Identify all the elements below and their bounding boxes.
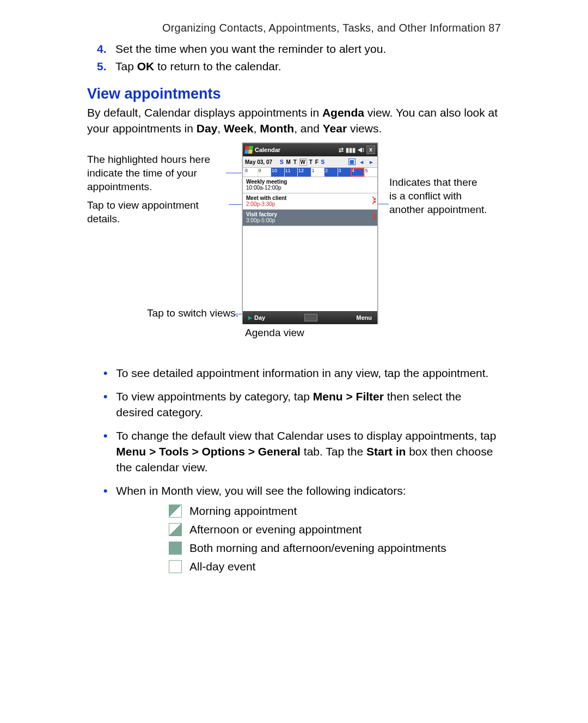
bullet-icon: • xyxy=(103,365,107,381)
hour-12[interactable]: 12 xyxy=(297,168,311,177)
bold: Week xyxy=(224,122,253,135)
bold: Month xyxy=(260,122,294,135)
day-letters[interactable]: S M T W T F S xyxy=(280,159,325,165)
legend-label: All-day event xyxy=(189,557,255,576)
bold: Menu > Filter xyxy=(313,390,384,403)
text: to return to the calendar. xyxy=(154,60,281,72)
dow-w[interactable]: W xyxy=(299,159,307,166)
both-indicator-icon xyxy=(169,542,182,555)
appointment-item[interactable]: Weekly meeting 10:00a-12:00p xyxy=(243,177,377,193)
legend-label: Afternoon or evening appointment xyxy=(189,520,362,539)
hour-10[interactable]: 10 xyxy=(271,168,284,177)
hour-1[interactable]: 1 xyxy=(311,168,324,177)
bullet-list: • To see detailed appointment informatio… xyxy=(103,365,501,499)
hour-8[interactable]: 8 xyxy=(244,168,258,177)
manual-page: Organizing Contacts, Appointments, Tasks… xyxy=(0,0,588,723)
calendar-screenshot: Calendar ⇄ ▮▮▮ ◀፧ x May 03, 07 S M T W T… xyxy=(242,143,378,324)
legend-row-morning: Morning appointment xyxy=(169,502,501,520)
section-heading: View appointments xyxy=(87,86,501,102)
hour-4[interactable]: 4 xyxy=(351,168,364,177)
prev-day-button[interactable]: ◄ xyxy=(358,159,365,165)
close-icon[interactable]: x xyxy=(366,145,375,154)
today-icon[interactable]: ▦ xyxy=(348,159,356,165)
text: By default, Calendar displays appointmen… xyxy=(87,106,322,119)
callout-line xyxy=(377,204,389,204)
hours-strip[interactable]: 8 9 10 11 12 1 2 3 4 5 xyxy=(243,168,377,177)
view-switch-button[interactable]: Day xyxy=(254,314,265,321)
dow-f[interactable]: F xyxy=(315,159,319,165)
menu-button[interactable]: Menu xyxy=(356,314,372,321)
legend-row-afternoon: Afternoon or evening appointment xyxy=(169,520,501,539)
bullet-text: When in Month view, you will see the fol… xyxy=(116,483,406,499)
hour-3[interactable]: 3 xyxy=(338,168,351,177)
running-head: Organizing Contacts, Appointments, Tasks… xyxy=(87,22,501,34)
bold: Start in xyxy=(366,445,406,458)
hour-2[interactable]: 2 xyxy=(324,168,338,177)
date-row[interactable]: May 03, 07 S M T W T F S ▦ ◄ ► xyxy=(243,156,377,168)
dow-m[interactable]: M xyxy=(286,159,291,165)
allday-indicator-icon xyxy=(169,560,182,573)
bullet-text: To view appointments by category, tap Me… xyxy=(116,388,501,420)
appointment-item[interactable]: Meet with client 2:00p-3:30p ↘↗ xyxy=(243,193,377,210)
next-day-button[interactable]: ► xyxy=(367,159,375,165)
bold: Year xyxy=(323,122,347,135)
text: To change the default view that Calendar… xyxy=(116,429,496,442)
keyboard-icon[interactable] xyxy=(304,314,317,321)
hour-9[interactable]: 9 xyxy=(258,168,271,177)
date-label: May 03, 07 xyxy=(245,159,272,165)
dow-s2[interactable]: S xyxy=(321,159,326,165)
bullet-text: To see detailed appointment information … xyxy=(116,365,488,381)
text: tab. Tap the xyxy=(301,445,366,458)
text: Tap xyxy=(115,60,137,72)
app-title: Calendar xyxy=(255,147,280,153)
hour-5[interactable]: 5 xyxy=(364,168,378,177)
appointment-time: 3:00p-5:00p xyxy=(246,217,374,223)
callout-hours: The highlighted hours here indicate the … xyxy=(87,153,226,193)
legend-row-allday: All-day event xyxy=(169,557,501,576)
appointment-time: 10:00a-12:00p xyxy=(246,185,374,191)
morning-indicator-icon xyxy=(169,505,182,518)
bullet-text: To change the default view that Calendar… xyxy=(116,428,501,475)
text: , xyxy=(253,122,260,135)
callout-switch: Tap to switch views. xyxy=(130,306,238,320)
appointment-title: Weekly meeting xyxy=(246,179,374,185)
dow-t[interactable]: T xyxy=(293,159,297,165)
figure-caption: Agenda view xyxy=(245,327,304,339)
afternoon-indicator-icon xyxy=(169,523,182,536)
start-icon[interactable] xyxy=(244,146,253,154)
dow-t2[interactable]: T xyxy=(309,159,313,165)
bullet-icon: • xyxy=(103,483,107,499)
bullet-item: • To change the default view that Calend… xyxy=(103,428,501,475)
legend-label: Morning appointment xyxy=(189,502,297,520)
step-4: 4. Set the time when you want the remind… xyxy=(97,41,501,57)
appointment-item-selected[interactable]: Visit factory 3:00p-5:00p ↘↗ xyxy=(243,210,377,226)
month-indicator-legend: Morning appointment Afternoon or evening… xyxy=(169,502,501,576)
connectivity-icon[interactable]: ⇄ xyxy=(339,147,344,154)
conflict-icon: ↘↗ xyxy=(371,212,376,221)
step-5: 5. Tap OK to return to the calendar. xyxy=(97,58,501,75)
step-number: 5. xyxy=(97,58,110,75)
legend-label: Both morning and afternoon/evening appoi… xyxy=(189,539,446,557)
text: views. xyxy=(347,122,382,135)
section-intro: By default, Calendar displays appointmen… xyxy=(87,105,501,136)
text: , and xyxy=(294,122,323,135)
legend-row-both: Both morning and afternoon/evening appoi… xyxy=(169,539,501,557)
dow-s[interactable]: S xyxy=(280,159,284,165)
signal-icon[interactable]: ▮▮▮ xyxy=(346,147,356,154)
callout-conflict: Indicates that there is a conflict with … xyxy=(389,175,487,216)
soft-key-bar: ▶ Day Menu xyxy=(243,311,377,324)
callout-line xyxy=(229,204,242,205)
bullet-icon: • xyxy=(103,428,107,475)
bullet-item: • When in Month view, you will see the f… xyxy=(103,483,501,499)
bold: Agenda xyxy=(322,106,364,119)
view-switch-arrow-icon[interactable]: ▶ xyxy=(248,315,252,320)
appointment-title: Meet with client xyxy=(246,195,374,201)
callout-details: Tap to view appointment details. xyxy=(87,198,229,226)
figure-area: The highlighted hours here indicate the … xyxy=(87,143,501,361)
appointment-title: Visit factory xyxy=(246,211,374,217)
bold: OK xyxy=(137,60,155,72)
volume-icon[interactable]: ◀፧ xyxy=(358,147,364,154)
hour-11[interactable]: 11 xyxy=(284,168,298,177)
bold: Day xyxy=(197,122,218,135)
bold: Menu > Tools > Options > General xyxy=(116,445,301,458)
